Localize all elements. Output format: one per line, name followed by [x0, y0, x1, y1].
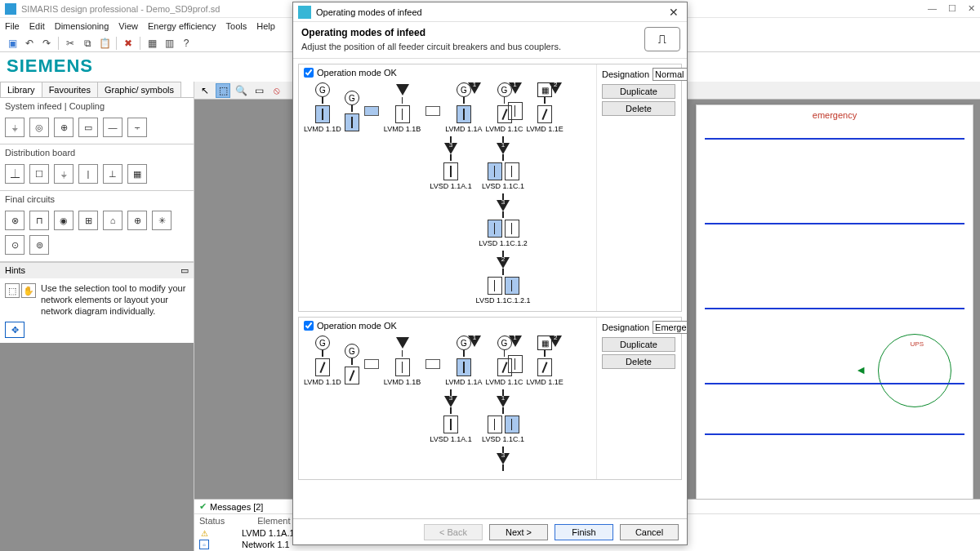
breaker-switch[interactable]: [488, 277, 502, 295]
opmode-ok-checkbox[interactable]: Operation mode OK: [304, 321, 591, 331]
menu-view[interactable]: View: [118, 21, 138, 31]
menu-help[interactable]: Help: [256, 21, 275, 31]
designation-input[interactable]: [653, 321, 687, 334]
breaker-switch[interactable]: [315, 358, 330, 376]
undo-icon[interactable]: ↶: [22, 36, 37, 51]
pointer-icon[interactable]: ↖: [198, 83, 212, 98]
breaker-switch[interactable]: [508, 355, 523, 373]
paste-icon[interactable]: 📋: [97, 36, 112, 51]
final-symbol[interactable]: ⊗: [5, 211, 24, 230]
fit-icon[interactable]: ▭: [252, 83, 266, 98]
bus-coupler[interactable]: [425, 359, 440, 369]
generator-symbol[interactable]: G: [345, 91, 359, 105]
finish-button[interactable]: Finish: [555, 524, 613, 540]
help-icon[interactable]: ?: [179, 36, 194, 51]
save-icon[interactable]: ▣: [5, 36, 20, 51]
infeed-symbol[interactable]: —: [103, 118, 122, 137]
breaker-switch[interactable]: [505, 162, 519, 180]
bus-coupler[interactable]: [364, 106, 379, 116]
duplicate-button[interactable]: Duplicate: [602, 84, 675, 99]
tab-library[interactable]: Library: [0, 82, 42, 97]
move-tool-icon[interactable]: ✥: [5, 322, 24, 338]
menu-edit[interactable]: Edit: [29, 21, 45, 31]
dialog-close-button[interactable]: ✕: [666, 6, 682, 19]
final-symbol[interactable]: ⊙: [5, 235, 24, 255]
breaker-switch[interactable]: [443, 415, 458, 433]
final-symbol[interactable]: ⊞: [78, 211, 98, 230]
menu-file[interactable]: File: [5, 21, 20, 31]
redo-icon[interactable]: ↷: [39, 36, 54, 51]
dist-symbol[interactable]: ⏚: [54, 164, 74, 184]
dist-symbol[interactable]: |: [78, 164, 98, 184]
breaker-switch[interactable]: [457, 358, 471, 376]
breaker-switch[interactable]: [457, 105, 471, 123]
delete-button[interactable]: Delete: [602, 101, 675, 116]
dist-symbol[interactable]: ⏊: [5, 164, 24, 184]
breaker-switch[interactable]: [395, 105, 410, 123]
grid-icon[interactable]: ▦: [145, 36, 159, 51]
generator-symbol[interactable]: G: [345, 344, 359, 358]
transformer-symbol[interactable]: [395, 335, 410, 350]
menu-dimensioning[interactable]: Dimensioning: [55, 21, 109, 31]
breaker-switch[interactable]: [488, 415, 502, 433]
breaker-switch[interactable]: [345, 367, 359, 384]
final-symbol[interactable]: ⊚: [29, 235, 49, 255]
opmode-ok-checkbox[interactable]: Operation mode OK: [304, 68, 591, 78]
designation-input[interactable]: [653, 68, 687, 81]
infeed-symbol[interactable]: ◎: [29, 118, 49, 137]
breaker-switch[interactable]: [505, 220, 519, 238]
menu-tools[interactable]: Tools: [226, 21, 247, 31]
maximize-button[interactable]: ☐: [948, 3, 956, 14]
breaker-switch[interactable]: [505, 277, 519, 295]
breaker-switch[interactable]: [488, 220, 502, 238]
dist-symbol[interactable]: ⊥: [103, 164, 122, 184]
infeed-symbol[interactable]: ⊕: [54, 118, 74, 137]
layout-icon[interactable]: ▥: [162, 36, 176, 51]
next-button[interactable]: Next >: [489, 524, 548, 540]
generator-symbol[interactable]: G: [315, 82, 330, 97]
dist-symbol[interactable]: ☐: [29, 164, 49, 184]
close-button[interactable]: ✕: [968, 3, 975, 14]
bus-coupler[interactable]: [364, 359, 379, 369]
breaker-switch[interactable]: [508, 102, 523, 120]
breaker-switch[interactable]: [315, 105, 330, 123]
stop-icon[interactable]: ⦸: [270, 83, 284, 98]
duplicate-button[interactable]: Duplicate: [602, 337, 675, 352]
copy-icon[interactable]: ⧉: [80, 36, 95, 51]
breaker-switch[interactable]: [537, 358, 552, 376]
infeed-symbol[interactable]: ▭: [78, 118, 98, 137]
select-icon[interactable]: ⬚: [216, 83, 230, 98]
final-symbol[interactable]: ⊕: [127, 211, 147, 230]
zoom-icon[interactable]: 🔍: [234, 83, 248, 98]
transformer-symbol[interactable]: [395, 82, 410, 97]
select-tool-icon[interactable]: ⬚: [5, 283, 20, 298]
drawing-preview[interactable]: emergency UPS ◄: [696, 104, 973, 551]
breaker-switch[interactable]: [395, 358, 410, 376]
generator-symbol[interactable]: G: [315, 335, 330, 350]
delete-icon[interactable]: ✖: [121, 36, 136, 51]
back-button[interactable]: < Back: [424, 524, 483, 540]
infeed-symbol[interactable]: ⏚: [5, 118, 24, 137]
breaker-switch[interactable]: [537, 105, 552, 123]
node-label: LVMD 1.1D: [304, 378, 341, 386]
delete-button[interactable]: Delete: [602, 354, 675, 369]
cut-icon[interactable]: ✂: [63, 36, 78, 51]
dist-symbol[interactable]: ▦: [127, 164, 147, 184]
breaker-switch[interactable]: [505, 415, 519, 433]
infeed-symbol[interactable]: ⫟: [127, 118, 147, 137]
menu-energy[interactable]: Energy efficiency: [148, 21, 216, 31]
final-symbol[interactable]: ⊓: [29, 211, 49, 230]
hand-tool-icon[interactable]: ✋: [21, 283, 36, 298]
minimize-button[interactable]: —: [928, 3, 937, 14]
final-symbol[interactable]: ◉: [54, 211, 74, 230]
breaker-switch[interactable]: [345, 113, 359, 131]
cancel-button[interactable]: Cancel: [620, 524, 679, 540]
tab-favourites[interactable]: Favourites: [42, 82, 98, 97]
hints-collapse-icon[interactable]: ▭: [180, 265, 189, 276]
tab-graphic[interactable]: Graphic/ symbols: [97, 82, 181, 97]
final-symbol[interactable]: ⌂: [103, 211, 122, 230]
bus-coupler[interactable]: [425, 106, 440, 116]
breaker-switch[interactable]: [443, 162, 458, 180]
breaker-switch[interactable]: [488, 162, 502, 180]
final-symbol[interactable]: ✳: [152, 211, 172, 230]
